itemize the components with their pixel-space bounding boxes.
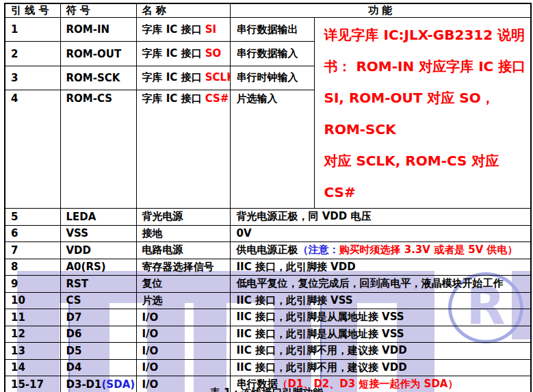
name-cell-text: 字库 IC 接口 [142,71,205,83]
symbol-cell-text: ROM-SCK [66,72,120,84]
function-cell: IIC 接口，此引脚不用，建议接 VDD [230,343,531,360]
name-cell: 复位 [136,276,230,293]
function-cell-text: 背光电源正极，同 VDD 电压 [237,210,372,222]
table-row: 6VSS接地0V [5,225,531,242]
header-row: 引 线 号 符 号 名 称 功 能 [5,3,531,18]
symbol-cell-text: CS [66,294,81,306]
col-header-symbol: 符 号 [60,3,136,18]
function-cell-text: IIC 接口，此引脚接 VDD [237,261,356,273]
table-row: 7VDD电路电源供电电源正极（注意：购买时须选择 3.3V 或者是 5V 供电） [5,242,531,259]
function-cell-text: IIC 接口，此引脚接 VSS [237,294,353,306]
pin-cell: 11 [5,309,60,326]
symbol-cell: D5 [60,343,136,360]
symbol-cell: A0(RS) [60,259,136,276]
symbol-cell: ROM-OUT [60,42,136,66]
function-cell-text: 0V [237,227,252,239]
symbol-cell: CS [60,292,136,309]
symbol-cell-text: RST [66,278,89,290]
pin-cell: 4 [5,90,60,209]
function-cell: 0V [230,225,531,242]
name-cell-text: SI [205,23,216,36]
pin-cell: 10 [5,292,60,309]
function-cell-text: 低电平复位，复位完成后，回到高电平，液晶模块开始工作 [237,277,504,289]
function-cell-text: 串行数据输入 [237,47,298,60]
symbol-cell-text: A0(RS) [66,261,106,273]
function-cell: 供电电源正极（注意：购买时须选择 3.3V 或者是 5V 供电） [230,242,531,259]
pin-cell: 2 [5,42,60,66]
name-cell-text: 片选 [142,294,163,306]
table-caption: 表 1：连线接口引脚功能 [0,387,533,392]
table-row: 11D7I/OIIC 接口，此引脚是从属地址接 VSS [5,309,531,326]
name-cell: I/O [136,309,230,326]
pin-cell: 9 [5,276,60,293]
symbol-cell-text: D7 [66,311,82,324]
pin-cell: 5 [5,209,60,226]
name-cell: I/O [136,343,230,360]
name-cell: 电路电源 [136,242,230,259]
symbol-cell: ROM-CS [60,90,136,209]
symbol-cell-text: LEDA [66,211,96,223]
name-cell-text: 背光电源 [142,210,183,222]
note-cell: 详见字库 IC:JLX-GB2312 说明 书： ROM-IN 对应字库 IC … [314,18,531,209]
name-cell-text: 接地 [142,227,163,239]
table-row: 8A0(RS)寄存器选择信号IIC 接口，此引脚接 VDD [5,259,531,276]
function-cell-text: IIC 接口，此引脚不用，建议接 VDD [237,361,407,374]
table-row: 9RST复位低电平复位，复位完成后，回到高电平，液晶模块开始工作 [5,276,531,293]
name-cell-text: SO [205,47,222,60]
function-cell-text: （注意： [298,244,339,256]
table-row: 14D4I/OIIC 接口，此引脚不用，建议接 VDD [5,359,531,376]
symbol-cell: ROM-SCK [60,66,136,90]
pin-cell: 7 [5,242,60,259]
col-header-pin: 引 线 号 [5,3,60,18]
symbol-cell-text: D6 [66,328,82,340]
function-cell-text: 购买时须选择 3.3V 或者是 5V 供电） [339,244,518,256]
name-cell: 字库 IC 接口 SCLK [136,66,230,90]
pin-cell: 14 [5,359,60,376]
symbol-cell: VDD [60,242,136,259]
function-cell: IIC 接口，此引脚是从属地址接 VSS [230,326,531,343]
name-cell-text: 复位 [142,277,163,289]
name-cell-text: CS# [205,92,229,105]
name-cell: 片选 [136,292,230,309]
function-cell-text: IIC 接口，此引脚是从属地址接 VSS [237,311,404,323]
symbol-cell: VSS [60,225,136,242]
pin-cell: 12 [5,326,60,343]
function-cell: IIC 接口，此引脚不用，建议接 VDD [230,359,531,376]
table-row: 10CS片选IIC 接口，此引脚接 VSS [5,292,531,309]
table-row: 5LEDA背光电源背光电源正极，同 VDD 电压 [5,209,531,226]
pin-cell: 13 [5,343,60,360]
function-cell-text: IIC 接口，此引脚不用，建议接 VDD [237,344,407,356]
function-cell: IIC 接口，此引脚接 VSS [230,292,531,309]
pin-table-body: 1ROM-IN字库 IC 接口 SI串行数据输出详见字库 IC:JLX-GB23… [5,18,531,392]
name-cell-text: I/O [142,361,159,374]
name-cell: 接地 [136,225,230,242]
symbol-cell-text: VSS [66,227,89,239]
pin-function-table: 引 线 号 符 号 名 称 功 能 1ROM-IN字库 IC 接口 SI串行数据… [4,3,532,392]
function-cell: 串行数据输出 [230,18,314,42]
symbol-cell-text: ROM-IN [66,23,110,36]
col-header-function: 功 能 [230,3,531,18]
pin-cell: 3 [5,66,60,90]
symbol-cell-text: VDD [66,244,92,257]
name-cell: I/O [136,359,230,376]
table-row: 13D5I/OIIC 接口，此引脚不用，建议接 VDD [5,343,531,360]
symbol-cell: D7 [60,309,136,326]
symbol-cell-text: D4 [66,361,82,374]
name-cell: 背光电源 [136,209,230,226]
symbol-cell-text: ROM-OUT [66,48,122,60]
name-cell-text: I/O [142,328,159,340]
function-cell-text: 片选输入 [237,92,278,105]
function-cell: IIC 接口，此引脚是从属地址接 VSS [230,309,531,326]
name-cell: I/O [136,326,230,343]
name-cell-text: 字库 IC 接口 [142,23,205,36]
pin-cell: 8 [5,259,60,276]
col-header-name: 名 称 [136,3,230,18]
function-cell: 低电平复位，复位完成后，回到高电平，液晶模块开始工作 [230,276,531,293]
name-cell-text: 寄存器选择信号 [142,261,214,273]
symbol-cell: ROM-IN [60,18,136,42]
name-cell-text: 字库 IC 接口 [142,92,205,105]
pin-cell: 1 [5,18,60,42]
name-cell-text: 字库 IC 接口 [142,47,205,60]
name-cell: 字库 IC 接口 CS# [136,90,230,209]
symbol-cell-text: ROM-CS [66,92,113,105]
